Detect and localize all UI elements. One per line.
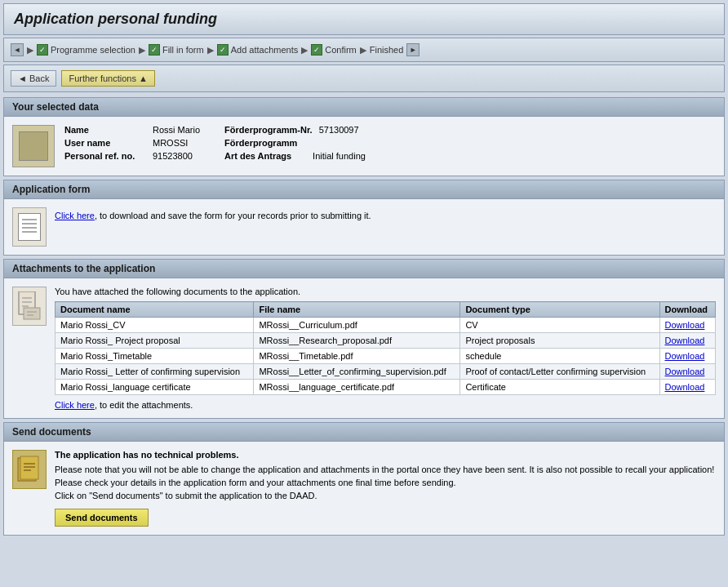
application-form-header: Application form — [4, 180, 724, 199]
further-functions-button[interactable]: Further functions ▲ — [61, 70, 154, 87]
selected-data-table: Name Rossi Mario User name MROSSI Person… — [64, 125, 366, 161]
attachments-table: Document name File name Document type Do… — [55, 301, 716, 395]
col-header-download: Download — [659, 302, 716, 318]
check-icon-1: ✓ — [37, 44, 48, 56]
step-label-1: Programme selection — [51, 45, 135, 55]
step-label-2: Fill in form — [162, 45, 204, 55]
cell-doctype: CV — [460, 318, 659, 333]
cell-download[interactable]: Download — [659, 364, 716, 380]
selected-data-header: Your selected data — [4, 98, 724, 117]
arrow-3: ▶ — [301, 45, 308, 56]
cell-docname: Mario Rossi_language certificate — [55, 380, 254, 395]
step-label-4: Confirm — [325, 45, 357, 55]
attachments-edit-link[interactable]: Click here — [55, 400, 95, 410]
arrow-2: ▶ — [207, 45, 214, 56]
check-icon-4: ✓ — [311, 44, 322, 56]
col-header-docname: Document name — [55, 302, 254, 318]
table-row: Mario Rossi_language certificateMRossi__… — [55, 380, 716, 395]
step-finished: Finished — [370, 45, 404, 55]
data-row-foerderprogramm: Förderprogramm — [224, 138, 366, 148]
attach-edit-text: Click here, to edit the attachments. — [55, 400, 716, 410]
cell-doctype: schedule — [460, 349, 659, 364]
application-form-text: Click here, to download and save the for… — [55, 207, 371, 220]
send-documents-section: Send documents The application has no te… — [3, 422, 725, 536]
nav-left-arrow[interactable]: ◄ — [11, 43, 24, 56]
attachments-content: You have attached the following document… — [55, 287, 716, 410]
cell-doctype: Proof of contact/Letter confirming super… — [460, 364, 659, 380]
step-programme-selection: ✓ Programme selection — [37, 44, 135, 56]
table-header-row: Document name File name Document type Do… — [55, 302, 716, 318]
col-header-filename: File name — [254, 302, 460, 318]
step-add-attachments: ✓ Add attachments — [217, 44, 299, 56]
svg-rect-9 — [20, 456, 38, 479]
breadcrumb-separator-start: ▶ — [27, 45, 33, 56]
col-header-doctype: Document type — [460, 302, 659, 318]
cell-download[interactable]: Download — [659, 318, 716, 333]
check-msg-text: Please check your details in the applica… — [55, 478, 716, 487]
cell-download[interactable]: Download — [659, 333, 716, 349]
data-col-right: Förderprogramm-Nr. 57130097 Förderprogra… — [224, 125, 366, 161]
attachments-header: Attachments to the application — [4, 260, 724, 278]
check-icon-3: ✓ — [217, 44, 229, 56]
selected-data-section: Your selected data Name Rossi Mario User… — [3, 97, 725, 176]
cell-doctype: Certificate — [460, 380, 659, 395]
table-row: Mario Rossi_ Project proposalMRossi__Res… — [55, 333, 716, 349]
arrow-4: ▶ — [360, 45, 366, 56]
svg-rect-5 — [24, 308, 40, 319]
data-col-left: Name Rossi Mario User name MROSSI Person… — [64, 125, 200, 161]
avatar — [12, 125, 55, 167]
nav-right-arrow[interactable]: ► — [406, 43, 419, 56]
step-confirm: ✓ Confirm — [311, 44, 357, 56]
download-link[interactable]: Download — [665, 367, 705, 376]
warning-text: Please note that you will not be able to… — [55, 465, 716, 474]
cell-docname: Mario Rossi_Timetable — [55, 349, 254, 364]
step-fill-in-form: ✓ Fill in form — [149, 44, 204, 56]
send-text-content: The application has no technical problem… — [55, 450, 716, 527]
table-row: Mario Rossi_TimetableMRossi__Timetable.p… — [55, 349, 716, 364]
check-icon-2: ✓ — [149, 44, 160, 56]
step-label-3: Add attachments — [231, 45, 299, 55]
submit-msg-text: Click on "Send documents" to submit the … — [55, 491, 716, 500]
cell-docname: Mario Rossi_CV — [55, 318, 254, 333]
attachments-icon — [12, 287, 47, 326]
send-documents-header: Send documents — [4, 423, 724, 442]
page-title: Application personal funding — [14, 11, 714, 28]
attachments-edit-description: , to edit the attachments. — [95, 400, 193, 410]
send-documents-button[interactable]: Send documents — [55, 509, 149, 527]
data-row-artdes: Art des Antrags Initial funding — [224, 151, 366, 161]
attachments-description: You have attached the following document… — [55, 287, 716, 296]
cell-filename: MRossi__Research_proposal.pdf — [254, 333, 460, 349]
application-form-description: , to download and save the form for your… — [95, 211, 371, 220]
arrow-1: ▶ — [139, 45, 145, 56]
table-row: Mario Rossi_CVMRossi__Curriculum.pdfCVDo… — [55, 318, 716, 333]
breadcrumb: ◄ ▶ ✓ Programme selection ▶ ✓ Fill in fo… — [3, 38, 725, 62]
download-link[interactable]: Download — [665, 382, 705, 392]
back-button[interactable]: ◄ Back — [11, 70, 56, 87]
cell-filename: MRossi__Timetable.pdf — [254, 349, 460, 364]
cell-docname: Mario Rossi_ Letter of confirming superv… — [55, 364, 254, 380]
cell-filename: MRossi__Letter_of_confirming_supervision… — [254, 364, 460, 380]
application-form-link[interactable]: Click here — [55, 211, 95, 220]
data-row-username: User name MROSSI — [64, 138, 200, 148]
cell-docname: Mario Rossi_ Project proposal — [55, 333, 254, 349]
step-label-5: Finished — [370, 45, 404, 55]
cell-filename: MRossi__language_certificate.pdf — [254, 380, 460, 395]
download-link[interactable]: Download — [665, 320, 705, 330]
cell-download[interactable]: Download — [659, 380, 716, 395]
no-problems-text: The application has no technical problem… — [55, 450, 716, 460]
attachments-section: Attachments to the application You have … — [3, 259, 725, 419]
application-form-section: Application form Click here, to download… — [3, 180, 725, 256]
toolbar: ◄ Back Further functions ▲ — [3, 64, 725, 92]
table-row: Mario Rossi_ Letter of confirming superv… — [55, 364, 716, 380]
data-row-foerdernr: Förderprogramm-Nr. 57130097 — [224, 125, 366, 135]
cell-doctype: Project proposals — [460, 333, 659, 349]
data-row-refno: Personal ref. no. 91523800 — [64, 151, 200, 161]
data-row-name: Name Rossi Mario — [64, 125, 200, 135]
cell-download[interactable]: Download — [659, 349, 716, 364]
send-icon — [12, 450, 47, 489]
cell-filename: MRossi__Curriculum.pdf — [254, 318, 460, 333]
download-link[interactable]: Download — [665, 351, 705, 361]
form-document-icon — [12, 207, 47, 247]
download-link[interactable]: Download — [665, 336, 705, 345]
